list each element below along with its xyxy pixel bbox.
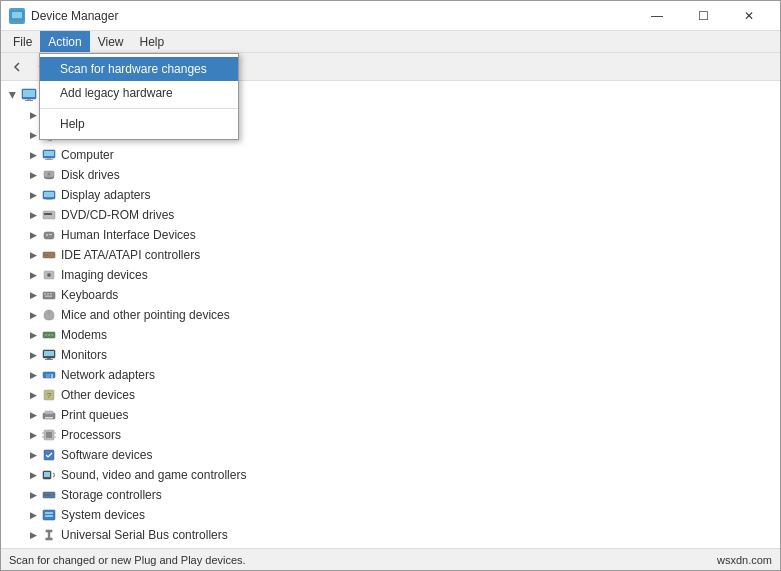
svg-rect-76 xyxy=(46,530,52,532)
expand-arrow-computer[interactable]: ▶ xyxy=(25,147,41,163)
tree-item-software-devices[interactable]: ▶ Software devices xyxy=(1,445,780,465)
tree-item-disk-drives[interactable]: ▶ Disk drives xyxy=(1,165,780,185)
expand-arrow-mice[interactable]: ▶ xyxy=(25,307,41,323)
window-title: Device Manager xyxy=(31,9,118,23)
svg-point-38 xyxy=(48,274,50,276)
svg-rect-2 xyxy=(13,21,21,22)
tree-item-mice[interactable]: ▶ Mice and other pointing devices xyxy=(1,305,780,325)
dropdown-scan[interactable]: Scan for hardware changes xyxy=(40,57,238,81)
svg-rect-77 xyxy=(48,532,50,538)
label-software-devices: Software devices xyxy=(61,448,152,462)
menu-help[interactable]: Help xyxy=(132,31,173,52)
icon-human-interface xyxy=(41,227,57,243)
tree-item-network-adapters[interactable]: ▶ Network adapters xyxy=(1,365,780,385)
svg-rect-32 xyxy=(49,234,52,235)
icon-imaging xyxy=(41,267,57,283)
icon-system-devices xyxy=(41,507,57,523)
svg-point-24 xyxy=(48,173,51,176)
tree-item-other-devices[interactable]: ▶ ? Other devices xyxy=(1,385,780,405)
menu-bar: File Action View Help Scan for hardware … xyxy=(1,31,780,53)
label-processors: Processors xyxy=(61,428,121,442)
title-bar-controls: — ☐ ✕ xyxy=(634,1,772,31)
svg-rect-26 xyxy=(44,192,54,197)
device-manager-window: Device Manager — ☐ ✕ File Action View He… xyxy=(0,0,781,571)
svg-rect-68 xyxy=(44,472,50,477)
icon-display-adapters xyxy=(41,187,57,203)
tree-item-system-devices[interactable]: ▶ System devices xyxy=(1,505,780,525)
tree-item-sound-video[interactable]: ▶ Sound, video and game controllers xyxy=(1,465,780,485)
icon-sound-video xyxy=(41,467,57,483)
expand-arrow-keyboards[interactable]: ▶ xyxy=(25,287,41,303)
svg-point-46 xyxy=(45,334,47,336)
menu-view[interactable]: View xyxy=(90,31,132,52)
icon-keyboards xyxy=(41,287,57,303)
label-disk-drives: Disk drives xyxy=(61,168,120,182)
expand-arrow-software-devices[interactable]: ▶ xyxy=(25,447,41,463)
svg-rect-40 xyxy=(44,293,46,295)
expand-arrow-other-devices[interactable]: ▶ xyxy=(25,387,41,403)
label-ide-ata: IDE ATA/ATAPI controllers xyxy=(61,248,200,262)
icon-processors xyxy=(41,427,57,443)
close-button[interactable]: ✕ xyxy=(726,1,772,31)
status-right: wsxdn.com xyxy=(717,554,772,566)
label-mice: Mice and other pointing devices xyxy=(61,308,230,322)
tree-item-human-interface[interactable]: ▶ Human Interface Devices xyxy=(1,225,780,245)
svg-rect-74 xyxy=(45,512,53,514)
action-dropdown: Scan for hardware changes Add legacy har… xyxy=(39,53,239,140)
expand-arrow-print-queues[interactable]: ▶ xyxy=(25,407,41,423)
tree-item-keyboards[interactable]: ▶ Keyboards xyxy=(1,285,780,305)
svg-point-47 xyxy=(48,334,50,336)
expand-arrow-monitors[interactable]: ▶ xyxy=(25,347,41,363)
tree-item-ide-ata[interactable]: ▶ IDE ATA/ATAPI controllers xyxy=(1,245,780,265)
svg-rect-21 xyxy=(45,159,53,160)
expand-arrow-usb-controllers[interactable]: ▶ xyxy=(25,527,41,543)
expand-arrow-ide-ata[interactable]: ▶ xyxy=(25,247,41,263)
tree-item-modems[interactable]: ▶ Modems xyxy=(1,325,780,345)
icon-mice xyxy=(41,307,57,323)
expand-arrow-processors[interactable]: ▶ xyxy=(25,427,41,443)
expand-arrow-imaging[interactable]: ▶ xyxy=(25,267,41,283)
expand-arrow-display-adapters[interactable]: ▶ xyxy=(25,187,41,203)
tree-item-usb-controllers[interactable]: ▶ Universal Serial Bus controllers xyxy=(1,525,780,545)
menu-action[interactable]: Action xyxy=(40,31,89,52)
tree-item-dvd-cd-rom[interactable]: ▶ DVD/CD-ROM drives xyxy=(1,205,780,225)
minimize-button[interactable]: — xyxy=(634,1,680,31)
svg-rect-10 xyxy=(23,90,35,97)
tree-item-computer[interactable]: ▶ Computer xyxy=(1,145,780,165)
icon-ide-ata xyxy=(41,247,57,263)
label-storage-controllers: Storage controllers xyxy=(61,488,162,502)
status-bar: Scan for changed or new Plug and Play de… xyxy=(1,548,780,570)
toolbar-back-button[interactable] xyxy=(5,55,29,79)
menu-file[interactable]: File xyxy=(5,31,40,52)
svg-rect-3 xyxy=(12,12,22,18)
tree-item-monitors[interactable]: ▶ Monitors xyxy=(1,345,780,365)
back-icon xyxy=(9,59,25,75)
tree-item-storage-controllers[interactable]: ▶ Storage controllers xyxy=(1,485,780,505)
expand-arrow-storage-controllers[interactable]: ▶ xyxy=(25,487,41,503)
tree-item-display-adapters[interactable]: ▶ Display adapters xyxy=(1,185,780,205)
svg-point-31 xyxy=(46,234,48,236)
expand-arrow-dvd-cd-rom[interactable]: ▶ xyxy=(25,207,41,223)
dropdown-legacy[interactable]: Add legacy hardware xyxy=(40,81,238,105)
icon-disk-drives xyxy=(41,167,57,183)
label-other-devices: Other devices xyxy=(61,388,135,402)
title-bar-left: Device Manager xyxy=(9,8,118,24)
status-text: Scan for changed or new Plug and Play de… xyxy=(9,554,246,566)
svg-rect-59 xyxy=(45,417,53,419)
svg-rect-78 xyxy=(46,538,52,540)
dropdown-help[interactable]: Help xyxy=(40,112,238,136)
tree-item-imaging[interactable]: ▶ Imaging devices xyxy=(1,265,780,285)
expand-arrow-system-devices[interactable]: ▶ xyxy=(25,507,41,523)
expand-arrow-network-adapters[interactable]: ▶ xyxy=(25,367,41,383)
maximize-button[interactable]: ☐ xyxy=(680,1,726,31)
expand-arrow-sound-video[interactable]: ▶ xyxy=(25,467,41,483)
svg-point-48 xyxy=(51,334,53,336)
expand-arrow-human-interface[interactable]: ▶ xyxy=(25,227,41,243)
tree-item-processors[interactable]: ▶ Processors xyxy=(1,425,780,445)
label-dvd-cd-rom: DVD/CD-ROM drives xyxy=(61,208,174,222)
expand-arrow-disk-drives[interactable]: ▶ xyxy=(25,167,41,183)
tree-item-print-queues[interactable]: ▶ Print queues xyxy=(1,405,780,425)
root-expand-icon: ▶ xyxy=(5,87,21,103)
expand-arrow-modems[interactable]: ▶ xyxy=(25,327,41,343)
svg-rect-75 xyxy=(45,515,53,517)
